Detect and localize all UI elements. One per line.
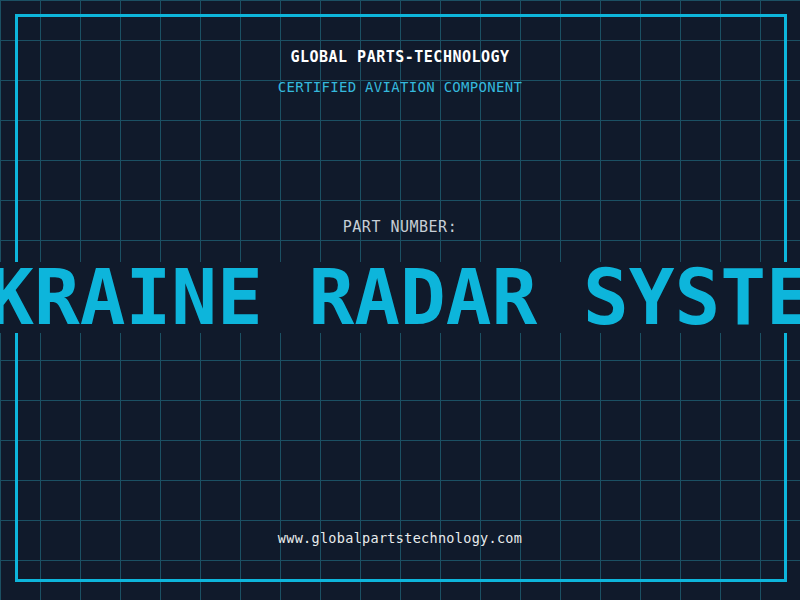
part-number-band: UKRAINE RADAR SYSTEM <box>0 262 800 333</box>
website-url: www.globalpartstechnology.com <box>0 530 800 546</box>
blueprint-page: { "header": { "company": "GLOBAL PARTS-T… <box>0 0 800 600</box>
certification-subtitle: CERTIFIED AVIATION COMPONENT <box>0 79 800 95</box>
part-number-value: UKRAINE RADAR SYSTEM <box>0 262 800 333</box>
company-title: GLOBAL PARTS-TECHNOLOGY <box>0 48 800 66</box>
part-number-label: PART NUMBER: <box>0 218 800 236</box>
